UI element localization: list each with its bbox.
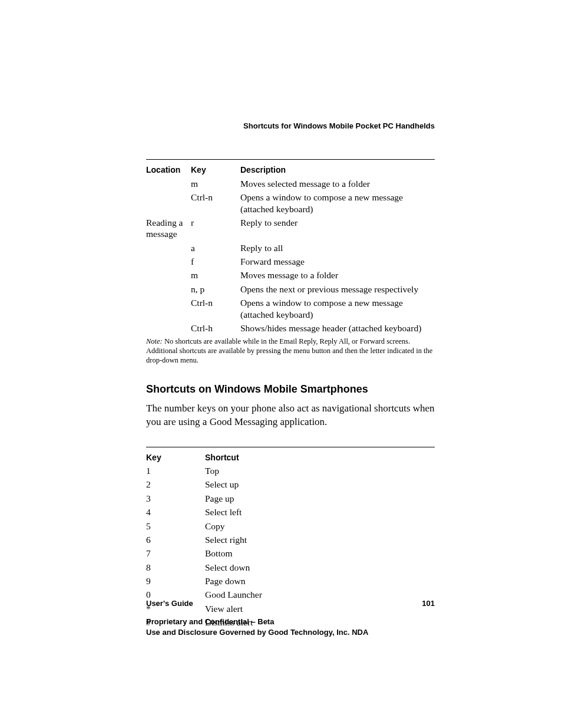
note-text: No shortcuts are available while in the …: [146, 337, 432, 364]
table-row: Reading a message: [146, 216, 191, 241]
table-row: Top: [205, 464, 435, 477]
footer-page-number: 101: [422, 599, 435, 608]
table-row: f: [191, 255, 240, 268]
table1-top-rule: [146, 159, 435, 160]
table-row: 8: [146, 561, 205, 574]
table-row: 1: [146, 464, 205, 477]
table-row: Moves message to a folder: [240, 268, 435, 282]
table-row: [146, 241, 191, 255]
table-row: Ctrl-n: [191, 190, 240, 216]
table-row: Shows/hides message header (attached key…: [240, 321, 435, 335]
page-footer: User's Guide 101 Proprietary and Confide…: [146, 599, 435, 637]
table-row: 6: [146, 533, 205, 546]
table-row: Reply to all: [240, 241, 435, 255]
table-row: Bottom: [205, 546, 435, 560]
footer-confidential-line1: Proprietary and Confidential – Beta: [146, 617, 435, 627]
table-row: 7: [146, 546, 205, 560]
table-row: [146, 282, 191, 296]
table-row: Select up: [205, 477, 435, 491]
table-row: Select left: [205, 505, 435, 519]
table-row: [146, 177, 191, 190]
table-row: Page down: [205, 574, 435, 588]
table-row: [146, 190, 191, 216]
table-row: Select right: [205, 533, 435, 546]
table-row: Opens a window to compose a new message …: [240, 296, 435, 321]
table-row: Copy: [205, 519, 435, 533]
table-row: m: [191, 268, 240, 282]
page-content: Shortcuts for Windows Mobile Pocket PC H…: [146, 0, 435, 630]
shortcuts-table-pocketpc: Location Key Description mMoves selected…: [146, 164, 435, 335]
table-row: n, p: [191, 282, 240, 296]
table-row: [146, 296, 191, 321]
section-heading-smartphones: Shortcuts on Windows Mobile Smartphones: [146, 383, 435, 396]
table-row: a: [191, 241, 240, 255]
table-row: 3: [146, 492, 205, 505]
table1-header-location: Location: [146, 164, 191, 177]
table-row: Ctrl-h: [191, 321, 240, 335]
table-row: 4: [146, 505, 205, 519]
table-row: 5: [146, 519, 205, 533]
table1-note: Note: No shortcuts are available while i…: [146, 337, 435, 365]
running-head: Shortcuts for Windows Mobile Pocket PC H…: [146, 121, 435, 131]
table-row: r: [191, 216, 240, 241]
table-row: [146, 268, 191, 282]
table-row: Select down: [205, 561, 435, 574]
footer-confidential-line2: Use and Disclosure Governed by Good Tech…: [146, 627, 435, 638]
table2-header-shortcut: Shortcut: [205, 452, 435, 465]
table-row: Opens the next or previous message respe…: [240, 282, 435, 296]
table-row: m: [191, 177, 240, 190]
footer-doc-title: User's Guide: [146, 599, 193, 608]
note-label: Note:: [146, 337, 163, 345]
table1-header-key: Key: [191, 164, 240, 177]
table-row: Opens a window to compose a new message …: [240, 190, 435, 216]
table2-header-key: Key: [146, 452, 205, 465]
table-row: [146, 255, 191, 268]
table-row: Reply to sender: [240, 216, 435, 241]
table2-top-rule: [146, 447, 435, 447]
table-row: Forward message: [240, 255, 435, 268]
table-row: 2: [146, 477, 205, 491]
table-row: Ctrl-n: [191, 296, 240, 321]
section-intro-paragraph: The number keys on your phone also act a…: [146, 402, 435, 429]
table-row: 9: [146, 574, 205, 588]
table1-header-description: Description: [240, 164, 435, 177]
table-row: Moves selected message to a folder: [240, 177, 435, 190]
table-row: Page up: [205, 492, 435, 505]
table-row: [146, 321, 191, 335]
